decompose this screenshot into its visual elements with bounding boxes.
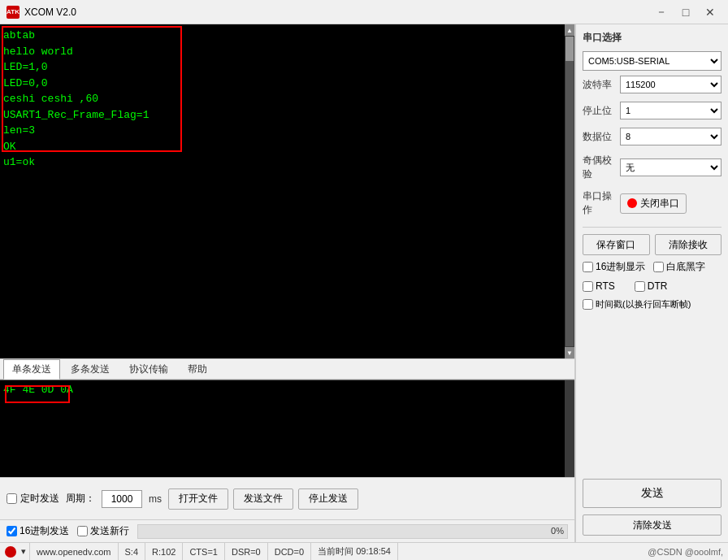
app-icon: ATK bbox=[6, 6, 20, 19]
port-select[interactable]: COM5:USB-SERIAL bbox=[583, 51, 722, 71]
status-icon bbox=[5, 546, 16, 558]
parity-row: 奇偶校验 无 奇校验 偶校验 bbox=[583, 154, 722, 181]
ms-label: ms bbox=[149, 493, 162, 505]
timer-send-checkbox[interactable] bbox=[6, 493, 17, 504]
status-r: R:102 bbox=[145, 543, 183, 560]
display-options-row: 16进制显示 白底黑字 bbox=[583, 260, 722, 274]
dtr-checkbox[interactable] bbox=[635, 281, 645, 292]
rts-label[interactable]: RTS bbox=[583, 280, 615, 292]
send-input[interactable]: 4F 4E 0D 0A bbox=[3, 384, 563, 474]
open-file-btn[interactable]: 打开文件 bbox=[168, 488, 228, 510]
save-window-btn[interactable]: 保存窗口 bbox=[583, 234, 650, 255]
terminal-text: abtab hello world LED=1,0 LED=0,0 ceshi … bbox=[3, 28, 565, 171]
data-bit-label: 数据位 bbox=[583, 130, 617, 144]
progress-bar: 0% bbox=[137, 524, 568, 539]
tab-help[interactable]: 帮助 bbox=[179, 359, 216, 380]
file-btn-group: 打开文件 发送文件 停止发送 bbox=[168, 488, 358, 510]
data-bit-select[interactable]: 8 7 6 5 bbox=[620, 128, 722, 145]
hex-display-checkbox[interactable] bbox=[583, 262, 593, 272]
title-bar: ATK XCOM V2.0 － □ ✕ bbox=[0, 0, 728, 24]
hex-send-checkbox[interactable] bbox=[6, 526, 17, 536]
period-label: 周期： bbox=[66, 492, 95, 506]
left-panel: abtab hello world LED=1,0 LED=0,0 ceshi … bbox=[0, 24, 575, 542]
new-line-checkbox[interactable] bbox=[77, 526, 88, 536]
right-panel: 串口选择 COM5:USB-SERIAL 波特率 115200 9600 192… bbox=[575, 24, 728, 542]
port-select-row: COM5:USB-SERIAL bbox=[583, 51, 722, 71]
status-dcd: DCD=0 bbox=[268, 543, 311, 560]
rts-checkbox[interactable] bbox=[583, 281, 593, 292]
parity-label: 奇偶校验 bbox=[583, 154, 617, 181]
stop-bit-select[interactable]: 1 1.5 2 bbox=[620, 102, 722, 119]
timer-newline-label[interactable]: 时间戳(以换行回车断帧) bbox=[583, 298, 691, 310]
dtr-label[interactable]: DTR bbox=[635, 280, 668, 292]
tab-single-send[interactable]: 单条发送 bbox=[3, 359, 60, 380]
send-file-btn[interactable]: 发送文件 bbox=[233, 488, 293, 510]
scrollbar-track bbox=[566, 37, 574, 346]
timer-send-label[interactable]: 定时发送 bbox=[6, 492, 59, 506]
close-port-btn[interactable]: 关闭串口 bbox=[620, 193, 687, 214]
serial-port-title: 串口选择 bbox=[583, 31, 722, 45]
clear-send-button[interactable]: 清除发送 bbox=[583, 514, 722, 536]
send-input-box: 4F 4E 0D 0A bbox=[3, 384, 563, 474]
clear-receive-btn[interactable]: 清除接收 bbox=[655, 234, 722, 255]
hex-display-label[interactable]: 16进制显示 bbox=[583, 260, 645, 274]
stop-send-btn[interactable]: 停止发送 bbox=[298, 488, 358, 510]
status-dsr: DSR=0 bbox=[225, 543, 268, 560]
terminal-area: abtab hello world LED=1,0 LED=0,0 ceshi … bbox=[0, 24, 574, 358]
bottom-controls: 定时发送 周期： ms 打开文件 发送文件 停止发送 bbox=[0, 477, 574, 519]
white-black-checkbox[interactable] bbox=[653, 262, 664, 272]
period-input[interactable] bbox=[102, 490, 142, 508]
close-button[interactable]: ✕ bbox=[699, 4, 722, 20]
baud-rate-row: 波特率 115200 9600 19200 38400 57600 bbox=[583, 76, 722, 93]
tab-protocol[interactable]: 协议传输 bbox=[120, 359, 177, 380]
send-area: 4F 4E 0D 0A bbox=[0, 380, 574, 477]
white-black-label[interactable]: 白底黑字 bbox=[653, 260, 705, 274]
status-s: S:4 bbox=[119, 543, 146, 560]
serial-op-row: 串口操作 关闭串口 bbox=[583, 189, 722, 217]
baud-rate-select[interactable]: 115200 9600 19200 38400 57600 bbox=[620, 76, 722, 93]
terminal-content: abtab hello world LED=1,0 LED=0,0 ceshi … bbox=[3, 28, 565, 355]
send-scrollbar[interactable] bbox=[565, 380, 574, 477]
serial-op-label: 串口操作 bbox=[583, 189, 617, 217]
status-time: 当前时间 09:18:54 bbox=[311, 543, 398, 560]
red-indicator bbox=[627, 198, 637, 208]
csdn-text: @CSDN @ooolmf, bbox=[648, 547, 723, 557]
stop-bit-row: 停止位 1 1.5 2 bbox=[583, 102, 722, 119]
stop-bit-label: 停止位 bbox=[583, 104, 617, 118]
data-bit-row: 数据位 8 7 6 5 bbox=[583, 128, 722, 145]
scrollbar-thumb[interactable] bbox=[566, 37, 574, 61]
bottom-controls-row2: 16进制发送 发送新行 0% bbox=[0, 519, 574, 542]
timer-newline-row: 时间戳(以换行回车断帧) bbox=[583, 298, 722, 310]
right-spacer bbox=[583, 317, 722, 471]
rts-dtr-row: RTS DTR bbox=[583, 280, 722, 292]
minimize-button[interactable]: － bbox=[650, 4, 673, 20]
action-btn-row1: 保存窗口 清除接收 bbox=[583, 234, 722, 255]
progress-percent: 0% bbox=[551, 526, 564, 536]
app-title: XCOM V2.0 bbox=[24, 7, 650, 18]
scroll-up-btn[interactable]: ▲ bbox=[565, 24, 574, 36]
new-line-label[interactable]: 发送新行 bbox=[77, 524, 129, 538]
main-container: abtab hello world LED=1,0 LED=0,0 ceshi … bbox=[0, 24, 728, 542]
terminal-scrollbar[interactable]: ▲ ▼ bbox=[565, 24, 574, 358]
parity-select[interactable]: 无 奇校验 偶校验 bbox=[620, 158, 722, 176]
tab-multi-send[interactable]: 多条发送 bbox=[62, 359, 119, 380]
status-dropdown[interactable]: ▾ bbox=[18, 543, 30, 560]
maximize-button[interactable]: □ bbox=[674, 4, 697, 20]
status-url: www.openedv.com bbox=[30, 543, 119, 560]
divider1 bbox=[583, 227, 722, 228]
timer-newline-checkbox[interactable] bbox=[583, 299, 593, 310]
hex-send-label[interactable]: 16进制发送 bbox=[6, 524, 69, 538]
status-bar: ▾ www.openedv.com S:4 R:102 CTS=1 DSR=0 … bbox=[0, 542, 728, 560]
baud-rate-label: 波特率 bbox=[583, 78, 617, 92]
status-cts: CTS=1 bbox=[183, 543, 225, 560]
scroll-down-btn[interactable]: ▼ bbox=[565, 347, 574, 358]
send-button[interactable]: 发送 bbox=[583, 479, 722, 508]
tab-bar: 单条发送 多条发送 协议传输 帮助 bbox=[0, 358, 574, 380]
window-controls: － □ ✕ bbox=[650, 4, 722, 20]
